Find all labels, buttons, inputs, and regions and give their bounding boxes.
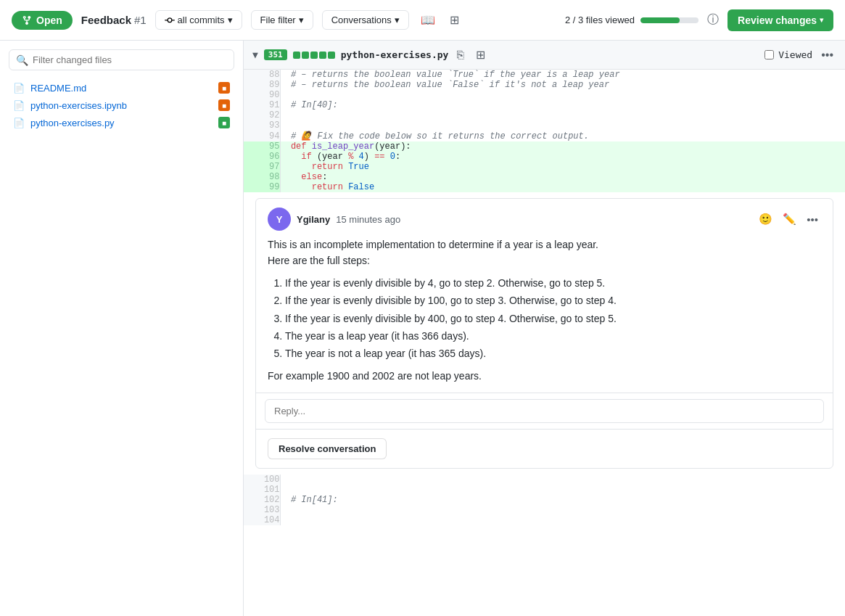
code-row: 92 (244, 110, 845, 120)
line-code: def is_leap_year(year): (280, 141, 845, 152)
comment-steps-list: If the year is evenly divisible by 4, go… (268, 275, 821, 362)
list-item: If the year is evenly divisible by 4, go… (285, 275, 821, 291)
git-merge-icon (22, 15, 32, 25)
file-list: 📄 README.md ■ 📄 python-exercises.ipynb ■… (9, 79, 234, 131)
review-changes-caret-icon: ▾ (820, 16, 823, 24)
line-number: 95 (244, 141, 280, 152)
commits-caret-icon: ▾ (228, 15, 233, 25)
comment-actions: 🙂 ✏️ ••• (756, 211, 821, 227)
line-number: 96 (244, 152, 280, 162)
list-item[interactable]: 📄 README.md ■ (9, 79, 234, 96)
line-code: else: (280, 172, 845, 182)
list-item[interactable]: 📄 python-exercises.ipynb ■ (9, 96, 234, 114)
line-code: # In[40]: (280, 100, 845, 110)
line-number: 104 (244, 515, 280, 525)
comment-thread: Y Ygilany 15 minutes ago 🙂 ✏️ ••• This i… (255, 198, 833, 469)
main-layout: 🔍 📄 README.md ■ 📄 python-exercises.ipynb… (0, 41, 845, 616)
emoji-reaction-button[interactable]: 🙂 (756, 211, 775, 227)
line-number: 98 (244, 172, 280, 182)
comment-intro: This is an incomplete implementation to … (268, 237, 821, 269)
comment-time: 15 minutes ago (336, 214, 400, 225)
files-viewed-label: 2 / 3 files viewed (565, 15, 635, 25)
add-file-button[interactable]: ⊞ (473, 46, 488, 63)
conversations-label: Conversations (331, 15, 392, 25)
top-bar: Open Feedback #1 all commits ▾ File filt… (0, 0, 845, 41)
sidebar: 🔍 📄 README.md ■ 📄 python-exercises.ipynb… (0, 41, 244, 616)
line-code (280, 110, 845, 120)
code-table-after: 100 101 102 # In[41]: 103 104 (244, 475, 845, 525)
search-icon: 🔍 (16, 54, 28, 66)
line-number: 102 (244, 495, 280, 505)
code-row: 91 # In[40]: (244, 100, 845, 110)
file-badge-changed: ■ (218, 82, 230, 94)
diff-file-actions: Viewed ••• (764, 47, 836, 63)
line-number: 91 (244, 100, 280, 110)
list-item: The year is not a leap year (it has 365 … (285, 345, 821, 361)
file-icon: 📄 (13, 100, 25, 111)
diff-color-bar (293, 52, 335, 59)
line-code: # – returns the boolean value `True` if … (280, 70, 845, 80)
viewed-checkbox[interactable] (764, 50, 774, 59)
resolve-conversation-button[interactable]: Resolve conversation (268, 438, 387, 459)
line-number: 90 (244, 90, 280, 100)
open-status-badge[interactable]: Open (12, 11, 73, 30)
content-area: ▼ 351 python-exercises.py ⎘ ⊞ Viewed ••• (244, 41, 845, 616)
diff-more-button[interactable]: ••• (818, 47, 836, 63)
file-filter-caret-icon: ▾ (299, 15, 304, 25)
file-badge-added: ■ (218, 117, 230, 128)
filter-changed-files-input[interactable] (9, 49, 234, 70)
code-row: 103 (244, 505, 845, 515)
code-row: 88 # – returns the boolean value `True` … (244, 70, 845, 80)
code-row: 104 (244, 515, 845, 525)
comment-body: This is an incomplete implementation to … (256, 237, 833, 393)
code-row: 97 return True (244, 162, 845, 172)
file-badge-changed: ■ (218, 99, 230, 111)
line-number: 97 (244, 162, 280, 172)
pr-title: Feedback (81, 14, 131, 26)
code-row: 98 else: (244, 172, 845, 182)
all-commits-label: all commits (178, 15, 225, 25)
code-table-before: 88 # – returns the boolean value `True` … (244, 70, 845, 192)
code-row: 93 (244, 120, 845, 131)
file-filter-label: File filter (260, 15, 296, 25)
copy-path-button[interactable]: ⎘ (454, 47, 467, 63)
files-viewed: 2 / 3 files viewed (565, 15, 698, 25)
file-icon: 📄 (13, 118, 25, 128)
resolve-bar: Resolve conversation (256, 429, 833, 468)
comment-more-button[interactable]: ••• (804, 212, 821, 227)
line-number: 92 (244, 110, 280, 120)
line-code: # In[41]: (280, 495, 845, 505)
expand-icon-button[interactable]: ⊞ (447, 12, 462, 28)
code-row: 96 if (year % 4) == 0: (244, 152, 845, 162)
diff-file-header: ▼ 351 python-exercises.py ⎘ ⊞ Viewed ••• (244, 41, 845, 70)
file-icon: 📄 (13, 83, 25, 94)
code-row: 101 (244, 485, 845, 495)
all-commits-button[interactable]: all commits ▾ (155, 10, 242, 30)
progress-bar (640, 17, 698, 23)
code-row: 95 def is_leap_year(year): (244, 141, 845, 152)
reply-box (256, 393, 833, 429)
file-filter-button[interactable]: File filter ▾ (251, 10, 313, 30)
pr-info: Feedback #1 (81, 14, 147, 26)
line-number: 99 (244, 182, 280, 192)
line-code (280, 485, 845, 495)
review-changes-button[interactable]: Review changes ▾ (727, 9, 833, 31)
code-row: 99 return False (244, 182, 845, 192)
line-number: 88 (244, 70, 280, 80)
viewed-checkbox-label[interactable]: Viewed (764, 49, 812, 60)
avatar: Y (268, 208, 291, 231)
line-code (280, 475, 845, 485)
edit-comment-button[interactable]: ✏️ (780, 211, 799, 227)
info-icon[interactable]: ⓘ (707, 12, 719, 28)
book-icon-button[interactable]: 📖 (418, 12, 438, 28)
collapse-icon[interactable]: ▼ (252, 49, 258, 60)
line-code: # – returns the boolean value `False` if… (280, 80, 845, 90)
reply-input[interactable] (265, 399, 824, 423)
conversations-button[interactable]: Conversations ▾ (322, 10, 409, 30)
diff-file-name: python-exercises.py (341, 49, 449, 60)
comment-header: Y Ygilany 15 minutes ago 🙂 ✏️ ••• (256, 199, 833, 237)
line-number: 103 (244, 505, 280, 515)
list-item: If the year is evenly divisible by 400, … (285, 311, 821, 327)
line-code: return False (280, 182, 845, 192)
list-item[interactable]: 📄 python-exercises.py ■ (9, 114, 234, 131)
